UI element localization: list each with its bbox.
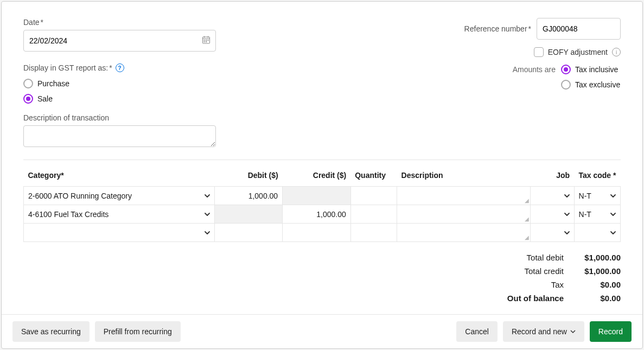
chevron-down-icon (205, 193, 210, 199)
oob-label: Out of balance (488, 294, 564, 303)
help-icon[interactable]: ? (116, 63, 124, 72)
record-button[interactable]: Record (590, 321, 632, 342)
oob-value: $0.00 (575, 294, 621, 303)
gst-radio-purchase-label: Purchase (37, 79, 69, 88)
table-row: 2-6000 ATO Running Category1,000.00◢N-T (24, 187, 621, 205)
tax-code-cell[interactable]: N-T (575, 207, 620, 222)
credit-cell[interactable]: 1,000.00 (283, 207, 350, 222)
radio-icon (561, 80, 571, 90)
description-cell[interactable] (397, 230, 530, 236)
category-cell[interactable]: 2-6000 ATO Running Category (24, 188, 214, 203)
amounts-radio-inclusive[interactable]: Tax inclusive (561, 65, 621, 74)
chevron-down-icon (610, 230, 616, 236)
date-label: Date (23, 18, 216, 27)
footer: Save as recurring Prefill from recurring… (2, 314, 642, 348)
totals-section: Total debit $1,000.00 Total credit $1,00… (23, 253, 621, 303)
divider (23, 160, 621, 160)
quantity-cell[interactable] (351, 211, 397, 218)
tax-label: Tax (488, 280, 564, 289)
total-credit-value: $1,000.00 (575, 266, 621, 276)
credit-value: 1,000.00 (316, 210, 346, 219)
job-cell[interactable] (531, 208, 573, 220)
radio-icon (23, 79, 33, 88)
debit-value: 1,000.00 (248, 192, 278, 200)
total-debit-label: Total debit (488, 253, 564, 262)
eofy-checkbox[interactable] (534, 47, 544, 57)
th-credit: Credit ($) (283, 167, 351, 187)
quantity-cell[interactable] (351, 230, 397, 236)
chevron-down-icon (205, 212, 210, 217)
credit-cell[interactable] (283, 193, 350, 199)
chevron-down-icon (205, 230, 210, 236)
category-cell[interactable] (24, 227, 214, 239)
debit-cell[interactable] (215, 211, 283, 218)
job-cell[interactable] (531, 227, 573, 239)
chevron-down-icon (570, 327, 576, 336)
debit-cell[interactable] (215, 230, 283, 236)
amounts-exclusive-label: Tax exclusive (575, 80, 620, 89)
journal-table: Category* Debit ($) Credit ($) Quantity … (23, 167, 621, 242)
debit-cell[interactable]: 1,000.00 (215, 188, 283, 203)
gst-radio-sale-label: Sale (37, 94, 53, 103)
description-cell[interactable] (397, 193, 530, 199)
chevron-down-icon (564, 193, 570, 199)
gst-label: Display in GST report as: (23, 63, 112, 72)
tax-code-value: N-T (579, 210, 591, 219)
radio-icon (561, 65, 571, 74)
tax-code-cell[interactable] (575, 227, 620, 239)
th-category: Category* (24, 167, 215, 187)
total-credit-label: Total credit (488, 266, 564, 276)
th-debit: Debit ($) (214, 167, 283, 187)
chevron-down-icon (564, 230, 570, 236)
info-icon[interactable]: i (612, 48, 621, 56)
amounts-radio-exclusive[interactable]: Tax exclusive (561, 80, 621, 90)
gst-radio-purchase[interactable]: Purchase (23, 79, 216, 88)
eofy-label: EOFY adjustment (548, 48, 608, 56)
radio-icon (23, 94, 33, 104)
th-quantity: Quantity (350, 167, 397, 187)
gst-radio-sale[interactable]: Sale (23, 94, 216, 104)
category-cell[interactable]: 4-6100 Fuel Tax Credits (24, 207, 214, 222)
th-description: Description (397, 167, 531, 187)
description-cell[interactable] (397, 211, 530, 218)
th-job: Job (531, 167, 574, 187)
chevron-down-icon (610, 193, 616, 199)
journal-entry-form: Date (1, 1, 643, 349)
reference-input[interactable] (537, 18, 621, 40)
cancel-button[interactable]: Cancel (456, 321, 498, 342)
chevron-down-icon (564, 212, 570, 217)
description-label: Description of transaction (23, 113, 216, 122)
quantity-cell[interactable] (351, 193, 397, 199)
category-value: 4-6100 Fuel Tax Credits (28, 210, 109, 219)
job-cell[interactable] (531, 190, 573, 202)
table-row: ◢ (24, 224, 621, 242)
date-input[interactable] (23, 30, 216, 52)
amounts-inclusive-label: Tax inclusive (575, 65, 618, 74)
tax-value: $0.00 (575, 280, 621, 289)
record-and-new-button[interactable]: Record and new (503, 321, 584, 342)
table-row: 4-6100 Fuel Tax Credits1,000.00◢N-T (24, 205, 621, 224)
category-value: 2-6000 ATO Running Category (28, 192, 132, 200)
save-recurring-button[interactable]: Save as recurring (12, 321, 90, 342)
reference-label: Reference number (464, 24, 531, 33)
record-and-new-label: Record and new (512, 327, 567, 336)
th-tax-code: Tax code * (574, 167, 620, 187)
credit-cell[interactable] (283, 230, 350, 236)
tax-code-value: N-T (579, 192, 591, 200)
tax-code-cell[interactable]: N-T (575, 188, 620, 203)
prefill-recurring-button[interactable]: Prefill from recurring (95, 321, 181, 342)
amounts-label: Amounts are (513, 65, 556, 74)
description-textarea[interactable] (23, 125, 216, 147)
chevron-down-icon (610, 212, 616, 217)
total-debit-value: $1,000.00 (575, 253, 621, 262)
